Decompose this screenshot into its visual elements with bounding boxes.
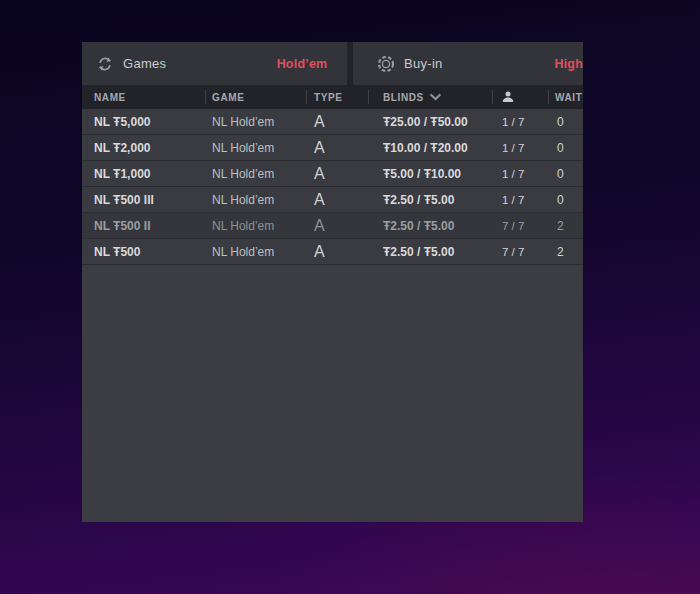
games-filter-value: Hold’em	[277, 57, 328, 71]
cell-type: A	[306, 191, 368, 209]
column-header-name[interactable]: NAME	[82, 85, 205, 109]
table-row[interactable]: NL Ŧ500 II NL Hold’em A Ŧ2.50 / Ŧ5.00 7 …	[82, 213, 583, 239]
column-header-blinds[interactable]: BLINDS	[368, 85, 492, 109]
cell-game-type: NL Hold’em	[205, 193, 306, 207]
cell-players: 7 / 7	[492, 220, 548, 232]
table-rows: NL Ŧ5,000 NL Hold’em A Ŧ25.00 / Ŧ50.00 1…	[82, 109, 583, 265]
cell-game-type: NL Hold’em	[205, 219, 306, 233]
cell-waitlist: 2	[548, 219, 583, 233]
column-header-type[interactable]: TYPE	[306, 85, 368, 109]
cell-game-type: NL Hold’em	[205, 141, 306, 155]
cell-waitlist: 0	[548, 115, 583, 129]
cell-table-name: NL Ŧ5,000	[82, 115, 205, 129]
cell-table-name: NL Ŧ500 II	[82, 219, 205, 233]
column-header-game[interactable]: GAME	[205, 85, 306, 109]
cell-type: A	[306, 139, 368, 157]
cell-players: 7 / 7	[492, 246, 548, 258]
cell-waitlist: 0	[548, 167, 583, 181]
column-header-waitlist[interactable]: WAITLIST	[548, 85, 583, 109]
tab-games-filter[interactable]: Games Hold’em	[82, 42, 347, 85]
cell-blinds: Ŧ5.00 / Ŧ10.00	[368, 167, 492, 181]
person-icon	[502, 91, 514, 103]
cell-table-name: NL Ŧ2,000	[82, 141, 205, 155]
games-tab-label: Games	[123, 56, 166, 71]
table-row[interactable]: NL Ŧ500 NL Hold’em A Ŧ2.50 / Ŧ5.00 7 / 7…	[82, 239, 583, 265]
sort-descending-chevron-icon	[430, 93, 441, 101]
cell-waitlist: 0	[548, 141, 583, 155]
table-row[interactable]: NL Ŧ1,000 NL Hold’em A Ŧ5.00 / Ŧ10.00 1 …	[82, 161, 583, 187]
table-row[interactable]: NL Ŧ500 III NL Hold’em A Ŧ2.50 / Ŧ5.00 1…	[82, 187, 583, 213]
cell-players: 1 / 7	[492, 194, 548, 206]
filter-tabs: Games Hold’em Buy-in High	[82, 42, 583, 85]
cell-blinds: Ŧ10.00 / Ŧ20.00	[368, 141, 492, 155]
cell-blinds: Ŧ2.50 / Ŧ5.00	[368, 219, 492, 233]
cell-waitlist: 0	[548, 193, 583, 207]
cell-type: A	[306, 217, 368, 235]
cell-table-name: NL Ŧ1,000	[82, 167, 205, 181]
cell-table-name: NL Ŧ500 III	[82, 193, 205, 207]
cell-game-type: NL Hold’em	[205, 245, 306, 259]
table-row[interactable]: NL Ŧ2,000 NL Hold’em A Ŧ10.00 / Ŧ20.00 1…	[82, 135, 583, 161]
cell-blinds: Ŧ25.00 / Ŧ50.00	[368, 115, 492, 129]
cell-game-type: NL Hold’em	[205, 115, 306, 129]
buyin-tab-label: Buy-in	[404, 56, 443, 71]
cell-type: A	[306, 113, 368, 131]
cell-blinds: Ŧ2.50 / Ŧ5.00	[368, 193, 492, 207]
cell-players: 1 / 7	[492, 116, 548, 128]
chip-icon	[377, 55, 395, 73]
cell-table-name: NL Ŧ500	[82, 245, 205, 259]
cell-blinds: Ŧ2.50 / Ŧ5.00	[368, 245, 492, 259]
cell-game-type: NL Hold’em	[205, 167, 306, 181]
cell-players: 1 / 7	[492, 168, 548, 180]
column-header-players[interactable]	[492, 85, 548, 109]
cell-type: A	[306, 165, 368, 183]
cell-players: 1 / 7	[492, 142, 548, 154]
lobby-panel: Games Hold’em Buy-in High NAME GAME TYPE…	[82, 42, 583, 522]
cycle-icon	[96, 55, 114, 73]
table-column-headers: NAME GAME TYPE BLINDS WAITLIS	[82, 85, 583, 109]
buyin-filter-value: High	[554, 57, 583, 71]
tab-buyin-filter[interactable]: Buy-in High	[353, 42, 583, 85]
cell-type: A	[306, 243, 368, 261]
table-row[interactable]: NL Ŧ5,000 NL Hold’em A Ŧ25.00 / Ŧ50.00 1…	[82, 109, 583, 135]
cell-waitlist: 2	[548, 245, 583, 259]
